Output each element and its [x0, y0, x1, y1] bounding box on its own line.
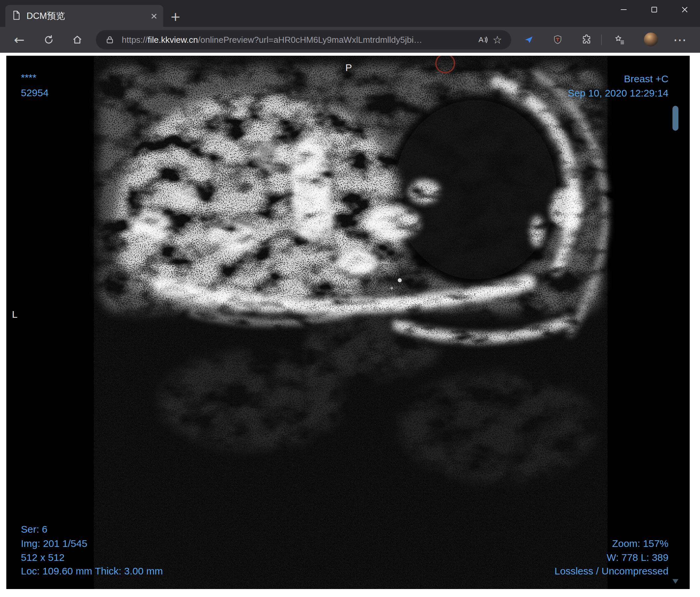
url-text[interactable]: https://file.kkview.cn/onlinePreview?url…: [122, 35, 475, 45]
site-lock-icon[interactable]: [102, 32, 117, 47]
toolbar-separator: [601, 34, 602, 45]
back-button[interactable]: ←: [11, 32, 27, 47]
patient-number: 52954: [21, 87, 48, 99]
compression-info: Lossless / Uncompressed: [555, 566, 669, 577]
image-index: Img: 201 1/545: [21, 538, 87, 549]
read-aloud-icon[interactable]: A: [475, 32, 490, 47]
window-level: W: 778 L: 389: [607, 552, 669, 563]
dicom-viewer[interactable]: **** 52954 P L Breast +C Sep 10, 2020 12…: [6, 56, 690, 589]
study-description: Breast +C: [624, 73, 669, 84]
page-favicon-icon: [11, 10, 21, 22]
window-close-button[interactable]: [670, 0, 700, 19]
zoom-level: Zoom: 157%: [612, 538, 669, 549]
favorite-star-icon[interactable]: ☆: [490, 32, 505, 47]
extensions-puzzle-icon[interactable]: [579, 32, 594, 47]
refresh-button[interactable]: [41, 32, 56, 47]
tab-title: DCM预览: [27, 10, 147, 22]
series-number: Ser: 6: [21, 524, 47, 535]
tab-close-button[interactable]: ×: [151, 10, 157, 22]
url-path: /onlinePreview?url=aHR0cHM6Ly9maWxlLmtrd…: [198, 35, 422, 45]
browser-toolbar: ← https://file.kkview.cn/onlinePreview?u…: [0, 27, 700, 53]
new-tab-button[interactable]: +: [168, 9, 183, 24]
favorites-hub-icon[interactable]: [612, 32, 627, 47]
minimize-button[interactable]: [608, 0, 639, 19]
profile-avatar[interactable]: [644, 32, 658, 47]
url-scheme: https://: [122, 35, 148, 45]
maximize-button[interactable]: [639, 0, 670, 19]
address-bar[interactable]: https://file.kkview.cn/onlinePreview?url…: [96, 30, 511, 49]
window-controls: [608, 0, 700, 19]
orientation-marker-left: L: [12, 309, 18, 320]
page-content: **** 52954 P L Breast +C Sep 10, 2020 12…: [0, 53, 700, 597]
scrollbar-down-arrow-icon[interactable]: [672, 579, 678, 584]
tab-strip: DCM预览 × +: [0, 0, 700, 27]
extension-blue-icon[interactable]: [521, 32, 536, 47]
mri-scan-image: [6, 56, 690, 589]
url-domain: file.kkview.cn: [148, 35, 198, 45]
more-menu-icon[interactable]: ⋯: [672, 32, 688, 47]
browser-tab[interactable]: DCM预览 ×: [5, 5, 163, 27]
image-matrix: 512 x 512: [21, 552, 65, 563]
orientation-marker-posterior: P: [342, 62, 355, 73]
browser-window: DCM预览 × + ←: [0, 0, 700, 597]
shield-extension-icon[interactable]: [550, 32, 565, 47]
study-datetime: Sep 10, 2020 12:29:14: [568, 87, 669, 99]
home-button[interactable]: [70, 32, 85, 47]
slice-location: Loc: 109.60 mm Thick: 3.00 mm: [21, 566, 163, 577]
scrollbar-thumb[interactable]: [672, 106, 678, 131]
patient-id-masked: ****: [21, 72, 36, 83]
svg-text:A: A: [478, 35, 484, 44]
